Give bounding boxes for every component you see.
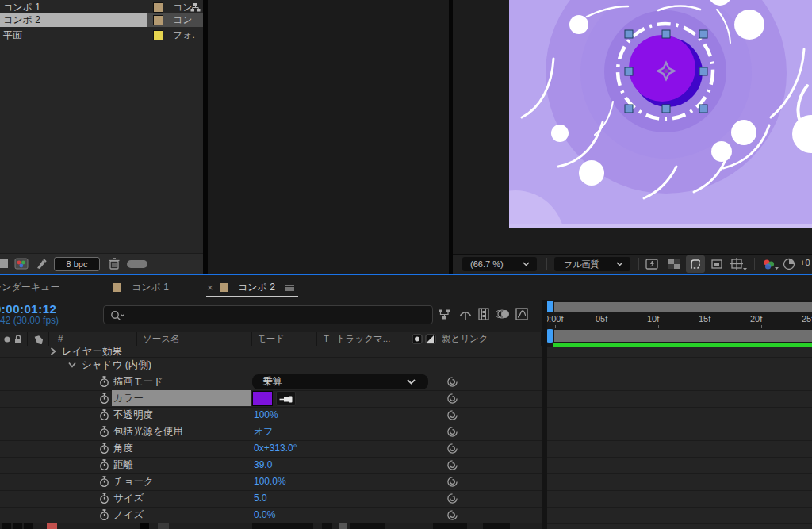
chevron-right-icon[interactable]	[50, 347, 56, 355]
stopwatch-icon[interactable]	[99, 459, 109, 471]
property-row[interactable]: 距離39.0	[0, 457, 542, 473]
composition-icon	[190, 2, 201, 12]
property-value[interactable]: オフ	[254, 424, 274, 439]
ruler-tick	[710, 325, 710, 328]
property-row[interactable]: 描画モード乗算	[0, 374, 542, 389]
label-swatch[interactable]	[153, 30, 163, 40]
pick-whip-icon[interactable]	[446, 459, 458, 471]
tab-comp-1[interactable]: コンポ 1	[132, 275, 169, 300]
graph-editor-icon[interactable]	[515, 308, 530, 322]
navigator-start-handle[interactable]	[546, 301, 553, 312]
pick-whip-icon[interactable]	[446, 509, 458, 521]
work-area-bar[interactable]	[554, 330, 812, 342]
timeline-navigator-bar[interactable]	[554, 302, 812, 312]
ruler-label: 20f	[750, 313, 762, 324]
property-value[interactable]: 0x+313.0°	[254, 440, 297, 456]
stopwatch-icon[interactable]	[99, 393, 109, 404]
stopwatch-icon[interactable]	[99, 443, 109, 454]
label-swatch[interactable]	[153, 15, 163, 25]
mask-visibility-button[interactable]	[686, 255, 705, 273]
transparency-grid-icon[interactable]	[668, 258, 681, 271]
trash-icon[interactable]	[108, 257, 121, 270]
resolution-dropdown[interactable]: フル画質	[554, 257, 630, 271]
blend-mode-dropdown[interactable]: 乗算	[252, 374, 428, 389]
composition-flowchart-icon[interactable]	[438, 308, 452, 322]
pick-whip-icon[interactable]	[446, 376, 458, 388]
timeline-controls: 0:00:01:12 42 (30.00 fps)	[0, 300, 546, 332]
zoom-dropdown[interactable]: (66.7 %)	[462, 257, 537, 271]
pick-whip-icon[interactable]	[446, 409, 458, 421]
eyedropper-button[interactable]	[276, 391, 296, 406]
timeline-ruler[interactable]: 0:00f05f10f15f20f25f	[546, 300, 812, 347]
current-timecode[interactable]: 0:00:01:12	[0, 302, 56, 316]
property-row[interactable]: カラー	[0, 390, 542, 406]
property-row[interactable]: チョーク100.0%	[0, 473, 542, 489]
comp-panel-toolbar: (66.7 %) フル画質 +0	[453, 254, 812, 274]
tab-comp-swatch	[113, 283, 121, 292]
property-row[interactable]: サイズ5.0	[0, 490, 542, 506]
chevron-down-icon[interactable]	[68, 362, 76, 368]
draft-3d-icon[interactable]	[458, 308, 473, 322]
timeline-tabs: レンダーキューコンポ 1×コンポ 2	[0, 275, 812, 300]
frame-blend-icon[interactable]	[477, 308, 492, 322]
color-swatch[interactable]	[252, 391, 273, 406]
interpret-footage-icon[interactable]	[14, 257, 29, 270]
chevron-down-icon	[616, 262, 623, 266]
label-swatch[interactable]	[153, 2, 163, 13]
eye-icon[interactable]	[3, 335, 11, 343]
property-value[interactable]: 39.0	[254, 457, 272, 473]
stopwatch-icon[interactable]	[99, 509, 109, 521]
tab-render-queue[interactable]: レンダーキュー	[0, 275, 59, 300]
exposure-icon[interactable]	[783, 258, 796, 271]
property-row[interactable]: 不透明度100%	[0, 407, 542, 423]
timeline-panel: レンダーキューコンポ 1×コンポ 2 0:00:01:12 42 (30.00 …	[0, 275, 812, 529]
ruler-tick	[658, 325, 659, 328]
channel-settings-icon[interactable]	[762, 258, 779, 271]
ruler-tick	[555, 325, 556, 328]
panel-edge-icon[interactable]	[0, 259, 10, 269]
ruler-tick	[761, 325, 762, 328]
chevron-down-icon	[407, 379, 416, 385]
work-area-start-handle[interactable]	[546, 329, 553, 343]
composition-canvas[interactable]	[509, 0, 812, 228]
pick-whip-icon[interactable]	[446, 493, 458, 504]
stopwatch-icon[interactable]	[99, 476, 109, 488]
property-value[interactable]: 100.0%	[254, 473, 286, 489]
timeline-search-input[interactable]	[103, 305, 433, 324]
project-item[interactable]: 平面フォ.	[0, 28, 203, 42]
timeline-tracks	[547, 347, 812, 529]
property-row[interactable]: 角度0x+313.0°	[0, 440, 542, 456]
layer-label-red[interactable]	[47, 523, 57, 529]
ruler-tick	[607, 325, 607, 328]
stopwatch-icon[interactable]	[99, 426, 109, 438]
pick-whip-icon[interactable]	[446, 393, 458, 404]
frame-info: 42 (30.00 fps)	[0, 315, 59, 326]
property-row[interactable]: 包括光源を使用オフ	[0, 424, 542, 439]
stopwatch-icon[interactable]	[99, 409, 109, 421]
project-item[interactable]: コンポ 2コン	[0, 13, 203, 27]
partial-layer-row	[0, 523, 542, 529]
exposure-value[interactable]: +0	[800, 258, 810, 267]
property-row[interactable]: シャドウ (内側)	[0, 357, 542, 373]
property-value[interactable]: 0.0%	[254, 507, 275, 523]
pick-whip-icon[interactable]	[446, 476, 458, 488]
property-row[interactable]: ノイズ0.0%	[0, 507, 542, 523]
property-value[interactable]: 100%	[254, 407, 278, 423]
motion-blur-icon[interactable]	[496, 308, 511, 322]
pick-whip-icon[interactable]	[446, 443, 458, 454]
bpc-button[interactable]: 8 bpc	[54, 257, 100, 271]
project-panel: コンポ 1コンコンポ 2コン平面フォ. 8 bpc	[0, 0, 203, 274]
stopwatch-icon[interactable]	[99, 376, 109, 388]
grid-guides-icon[interactable]	[730, 258, 748, 271]
composition-viewer-panel: (66.7 %) フル画質 +0	[453, 0, 812, 274]
panel-menu-icon[interactable]	[285, 285, 294, 291]
stopwatch-icon[interactable]	[99, 493, 109, 504]
region-of-interest-icon[interactable]	[710, 258, 724, 271]
pick-whip-icon[interactable]	[446, 426, 458, 438]
paint-brush-icon[interactable]	[35, 257, 48, 270]
snapshot-icon[interactable]	[645, 258, 659, 271]
tab-comp-swatch	[220, 283, 228, 292]
toggle-pill[interactable]	[127, 260, 147, 268]
mask-icon	[689, 258, 703, 271]
property-value[interactable]: 5.0	[254, 490, 267, 506]
